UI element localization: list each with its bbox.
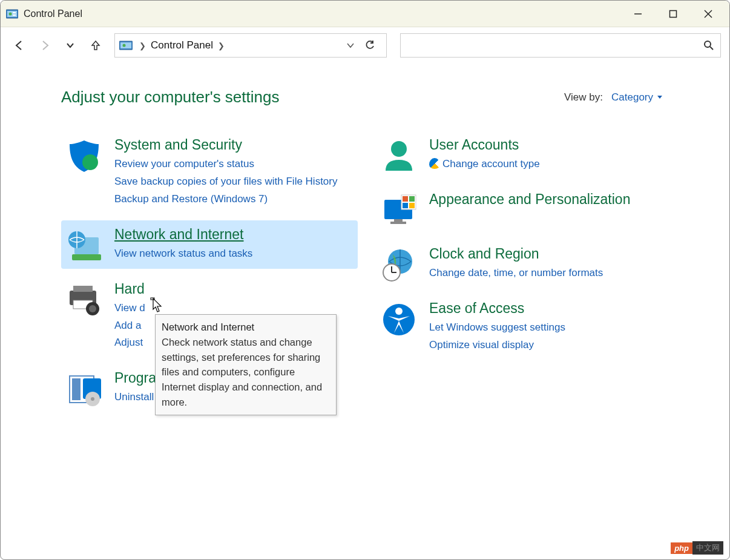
breadcrumb[interactable]: Control Panel xyxy=(148,39,215,51)
user-icon xyxy=(380,137,418,173)
monitor-palette-icon xyxy=(380,191,418,228)
svg-point-22 xyxy=(89,305,96,312)
svg-rect-33 xyxy=(403,196,408,202)
svg-point-42 xyxy=(395,308,403,315)
svg-rect-4 xyxy=(13,15,16,16)
svg-point-12 xyxy=(705,41,711,47)
search-input[interactable] xyxy=(400,33,721,58)
svg-rect-36 xyxy=(409,203,415,208)
svg-rect-35 xyxy=(403,203,408,208)
svg-rect-30 xyxy=(394,219,403,222)
globe-clock-icon xyxy=(380,246,418,282)
content-header: Adjust your computer's settings View by:… xyxy=(61,88,699,107)
close-button[interactable] xyxy=(699,5,717,23)
category-title[interactable]: Network and Internet xyxy=(114,226,354,243)
maximize-button[interactable] xyxy=(664,5,682,23)
view-by-label: View by: xyxy=(564,91,603,104)
window-controls xyxy=(629,5,725,23)
page-title: Adjust your computer's settings xyxy=(61,88,279,107)
forward-button[interactable] xyxy=(35,35,55,56)
window-title: Control Panel xyxy=(24,8,82,19)
category-title[interactable]: Ease of Access xyxy=(429,300,669,317)
address-bar[interactable]: ❯ Control Panel ❯ xyxy=(114,33,387,58)
category-system-security[interactable]: System and Security Review your computer… xyxy=(61,131,358,214)
address-icon xyxy=(119,39,133,51)
category-sub-link[interactable]: Optimize visual display xyxy=(429,337,669,354)
svg-rect-3 xyxy=(13,12,16,13)
minimize-button[interactable] xyxy=(629,5,647,23)
svg-rect-24 xyxy=(72,378,81,400)
printer-camera-icon xyxy=(65,281,104,317)
category-sub-link[interactable]: Change account type xyxy=(429,156,669,173)
svg-rect-34 xyxy=(409,196,415,202)
category-sub-link[interactable]: Let Windows suggest settings xyxy=(429,319,669,337)
chevron-right-icon[interactable]: ❯ xyxy=(215,41,227,50)
svg-point-2 xyxy=(9,12,12,15)
watermark-label: php xyxy=(671,542,692,554)
titlebar: Control Panel xyxy=(1,1,729,27)
svg-rect-1 xyxy=(7,11,17,17)
category-sub-link[interactable]: Change date, time, or number formats xyxy=(429,265,669,282)
control-panel-icon xyxy=(5,8,19,20)
category-title[interactable]: User Accounts xyxy=(429,137,669,153)
chevron-down-icon xyxy=(657,94,663,100)
svg-rect-19 xyxy=(73,286,93,292)
category-clock-region[interactable]: Clock and Region Change date, time, or n… xyxy=(376,240,672,288)
search-icon xyxy=(703,40,714,51)
svg-point-14 xyxy=(82,154,98,170)
category-sub-link[interactable]: Review your computer's status xyxy=(114,156,354,173)
category-sub-link[interactable]: Backup and Restore (Windows 7) xyxy=(114,191,354,208)
tooltip-title: Network and Internet xyxy=(162,320,330,335)
svg-line-13 xyxy=(710,47,713,50)
svg-rect-31 xyxy=(390,222,406,224)
view-by-control: View by: Category xyxy=(564,91,663,104)
view-by-dropdown[interactable]: Category xyxy=(611,91,663,104)
watermark: php 中文网 xyxy=(671,541,723,555)
window-frame: Control Panel ❯ Control Panel ❯ Adj xyxy=(0,0,730,560)
category-title[interactable]: Appearance and Personalization xyxy=(429,191,669,208)
back-button[interactable] xyxy=(9,35,30,56)
programs-icon xyxy=(65,370,104,406)
accessibility-icon xyxy=(380,300,418,337)
category-user-accounts[interactable]: User Accounts Change account type xyxy=(376,131,672,179)
shield-icon xyxy=(65,137,104,173)
tooltip: Network and Internet Check network statu… xyxy=(155,314,337,415)
refresh-button[interactable] xyxy=(364,40,383,51)
svg-point-28 xyxy=(391,141,407,157)
chevron-right-icon[interactable]: ❯ xyxy=(137,41,148,50)
svg-rect-17 xyxy=(72,254,101,260)
category-title[interactable]: Clock and Region xyxy=(429,246,669,262)
category-title[interactable]: System and Security xyxy=(114,137,354,153)
watermark-label: 中文网 xyxy=(692,541,723,555)
up-button[interactable] xyxy=(85,35,106,56)
tooltip-body: Check network status and change settings… xyxy=(162,335,330,410)
svg-rect-6 xyxy=(670,10,677,17)
category-ease-of-access[interactable]: Ease of Access Let Windows suggest setti… xyxy=(376,294,672,360)
category-sub-link[interactable]: View network status and tasks xyxy=(114,245,354,263)
recent-locations-button[interactable] xyxy=(60,35,81,56)
address-dropdown-button[interactable] xyxy=(346,41,364,50)
svg-rect-10 xyxy=(120,42,131,48)
category-title[interactable]: Hard xyxy=(114,281,354,297)
globe-network-icon xyxy=(65,226,104,263)
content-area: Adjust your computer's settings View by:… xyxy=(1,64,729,559)
category-sub-link[interactable]: Save backup copies of your files with Fi… xyxy=(114,173,354,191)
navigation-toolbar: ❯ Control Panel ❯ xyxy=(1,27,729,64)
category-appearance-personalization[interactable]: Appearance and Personalization xyxy=(376,185,672,234)
category-network-internet[interactable]: Network and Internet View network status… xyxy=(61,220,358,269)
category-column-right: User Accounts Change account type Appear… xyxy=(376,131,672,418)
svg-point-27 xyxy=(91,397,94,401)
svg-point-11 xyxy=(123,44,126,47)
